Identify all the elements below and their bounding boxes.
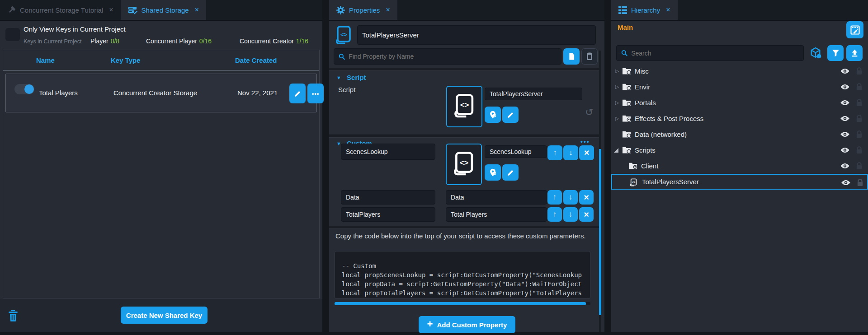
tree-item-portals[interactable]: ▷ Portals [611, 95, 868, 111]
script-asset-thumbnail[interactable]: <> [446, 86, 482, 127]
script-asset-name[interactable]: TotalPlayersServer [485, 88, 582, 100]
lock-icon[interactable] [856, 162, 863, 170]
networked-cube-icon[interactable] [809, 47, 822, 59]
find-asset-button[interactable] [485, 164, 501, 181]
lock-icon[interactable] [856, 146, 863, 154]
column-header-key-type[interactable]: Key Type [111, 56, 141, 64]
column-header-name[interactable]: Name [36, 56, 55, 64]
hierarchy-search-input[interactable] [616, 45, 804, 61]
tree-item-totalplayersserver[interactable]: <> TotalPlayersServer [611, 174, 868, 190]
property-search-field[interactable] [349, 53, 557, 60]
tree-item-data-networked[interactable]: Data (networked) [611, 126, 868, 142]
lock-icon[interactable] [856, 98, 863, 107]
tree-item-scripts[interactable]: Scripts [611, 142, 868, 158]
tab-shared-storage[interactable]: Shared Storage × [121, 0, 206, 20]
tab-properties[interactable]: Properties × [329, 0, 397, 20]
property-search-input[interactable] [334, 48, 561, 65]
custom-prop-name-field[interactable]: ScenesLookup [341, 144, 435, 160]
hierarchy-panel: Hierarchy × Main [611, 0, 868, 332]
delete-property-button[interactable]: × [579, 207, 594, 222]
move-up-button[interactable]: ↑ [547, 145, 562, 160]
custom-prop-value-field[interactable]: Total Players [446, 207, 547, 222]
section-separator [329, 68, 600, 71]
add-custom-property-button[interactable]: + Add Custom Property [419, 316, 515, 333]
close-icon[interactable]: × [386, 6, 390, 14]
visibility-eye-icon[interactable] [840, 116, 850, 121]
export-button[interactable] [846, 45, 863, 61]
script-icon: <> [335, 26, 352, 46]
gear-icon [336, 6, 345, 14]
expand-arrow-icon[interactable]: ▷ [614, 116, 620, 121]
storage-filter-bar: Only View Keys in Current Project Keys i… [0, 22, 322, 48]
upload-icon [851, 49, 859, 57]
custom-code-block[interactable]: -- Custom local propScenesLookup = scrip… [335, 251, 590, 299]
lock-icon[interactable] [856, 114, 863, 123]
reset-icon[interactable]: ↺ [585, 107, 593, 117]
visibility-eye-icon[interactable] [840, 100, 850, 106]
visibility-eye-icon[interactable] [840, 84, 850, 90]
key-active-toggle[interactable] [14, 84, 34, 94]
copy-properties-button[interactable] [563, 48, 580, 65]
shared-keys-table: Name Key Type Date Created Total Players… [3, 50, 320, 298]
svg-text:<>: <> [632, 181, 636, 184]
custom-section-menu[interactable]: ••• [580, 138, 590, 145]
edit-script-button[interactable] [502, 164, 519, 181]
visibility-eye-icon[interactable] [840, 147, 850, 153]
concurrent-player-keys-counter: Concurrent Player0/16 [146, 37, 212, 45]
find-asset-button[interactable] [485, 107, 501, 123]
trash-icon[interactable] [8, 309, 18, 322]
properties-vertical-scrollbar[interactable] [599, 51, 601, 332]
copy-icon [568, 52, 575, 60]
code-horizontal-scrollbar[interactable] [335, 302, 590, 305]
edit-script-button[interactable] [502, 107, 519, 123]
visibility-eye-icon[interactable] [840, 68, 850, 74]
custom-asset-thumbnail[interactable]: <> [446, 144, 482, 185]
paste-properties-button[interactable] [581, 48, 598, 65]
custom-prop-name-field[interactable]: Data [341, 190, 435, 205]
tree-item-misc[interactable]: ▷ Misc [611, 63, 868, 79]
code-line: local propTotalPlayers = script:GetCusto… [342, 288, 590, 298]
expand-arrow-icon[interactable]: ▷ [614, 84, 620, 90]
close-icon[interactable]: × [666, 6, 670, 14]
expand-arrow-icon[interactable]: ▷ [614, 100, 620, 106]
visibility-eye-icon[interactable] [840, 131, 850, 137]
move-up-button[interactable]: ↑ [547, 207, 562, 222]
expand-arrow-icon[interactable]: ▷ [614, 68, 620, 74]
close-icon[interactable]: × [195, 6, 199, 14]
move-down-button[interactable]: ↓ [563, 190, 578, 205]
tab-hierarchy[interactable]: Hierarchy × [611, 0, 678, 20]
visibility-eye-icon[interactable] [840, 180, 851, 186]
lock-icon[interactable] [857, 178, 863, 187]
edit-key-button[interactable] [289, 84, 306, 103]
custom-prop-name-field[interactable]: TotalPlayers [341, 207, 435, 222]
filter-button[interactable] [827, 45, 844, 61]
create-new-shared-key-button[interactable]: Create New Shared Key [121, 307, 208, 324]
tree-item-client[interactable]: Client [611, 158, 868, 174]
move-down-button[interactable]: ↓ [563, 207, 578, 222]
tree-item-effects-post-process[interactable]: ▷ Effects & Post Process [611, 111, 868, 126]
lock-icon[interactable] [856, 67, 863, 75]
tab-concurrent-storage-tutorial[interactable]: Concurrent Storage Tutorial × [0, 0, 121, 20]
pencil-icon [507, 169, 514, 177]
hierarchy-search-field[interactable] [631, 50, 799, 57]
script-section-header[interactable]: ▼ Script [336, 74, 366, 81]
section-separator [329, 135, 600, 138]
expand-arrow-icon[interactable] [614, 148, 618, 153]
custom-prop-value-field[interactable]: ScenesLookup [485, 145, 547, 158]
lock-icon[interactable] [856, 83, 863, 91]
table-row[interactable]: Total Players Concurrent Creator Storage… [5, 74, 317, 112]
scene-settings-button[interactable] [846, 21, 863, 38]
delete-property-button[interactable]: × [579, 145, 594, 160]
object-name-input[interactable] [357, 25, 596, 45]
close-icon[interactable]: × [109, 6, 113, 14]
custom-prop-value-field[interactable]: Data [446, 190, 547, 205]
move-down-button[interactable]: ↓ [563, 145, 578, 160]
more-options-button[interactable]: ••• [307, 84, 324, 103]
move-up-button[interactable]: ↑ [547, 190, 562, 205]
delete-property-button[interactable]: × [579, 190, 594, 205]
lock-icon[interactable] [856, 130, 863, 139]
tree-item-envir[interactable]: ▷ Envir [611, 79, 868, 95]
column-header-date-created[interactable]: Date Created [235, 56, 277, 64]
visibility-eye-icon[interactable] [840, 163, 850, 169]
folder-cube-icon [622, 67, 631, 75]
